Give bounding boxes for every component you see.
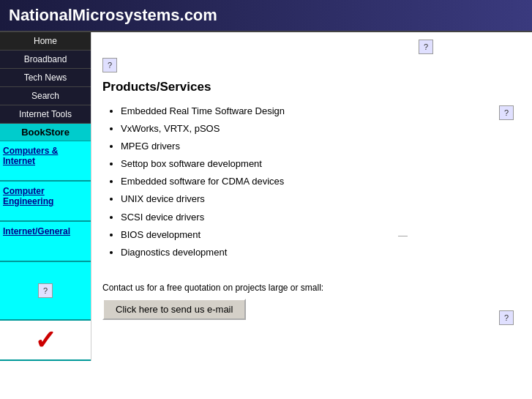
sidebar-image-block: ? [0,262,91,321]
bottom-right-qmark: ? [499,310,514,325]
top-right-qmark-icon: ? [419,40,433,54]
sidebar-qmark-icon: ? [38,283,53,298]
sidebar-link-general[interactable]: Internet/General [3,226,70,236]
service-item: Embedded software for CDMA devices [121,174,521,190]
content-area: ? ? Products/Services Embedded Real Time… [91,32,532,361]
sidebar-link-engineering[interactable]: ComputerEngineering [3,186,53,206]
section-title: Products/Services [102,80,521,94]
sidebar-general-block: Internet/General [0,222,91,262]
nav-item-internettools[interactable]: Internet Tools [0,105,91,124]
site-title: NationalMicrosystems.com [9,6,523,25]
nav-item-technews[interactable]: Tech News [0,69,91,87]
mid-right-qmark: ? [499,105,514,120]
bottom-qmark-icon: ? [499,310,514,325]
top-left-qmark-icon: ? [102,58,117,72]
site-header: NationalMicrosystems.com [0,0,532,32]
service-item: VxWorks, VRTX, pSOS [121,121,521,137]
service-item: Embedded Real Time Software Design [121,103,521,119]
sidebar-computers-block: Computers &Internet [0,141,91,182]
service-item: Diagnostics development [121,245,521,261]
service-item: MPEG drivers [121,138,521,154]
top-left-icon-area: ? [102,58,521,72]
sidebar-engineering-block: ComputerEngineering [0,182,91,222]
nav-item-search[interactable]: Search [0,87,91,105]
v-logo: ✓ [34,327,56,354]
service-item: Settop box software development [121,156,521,172]
contact-text: Contact us for a free quotation on proje… [102,283,521,293]
service-item: UNIX device drivers [121,191,521,207]
main-layout: Home Broadband Tech News Search Internet… [0,32,532,361]
sidebar: Home Broadband Tech News Search Internet… [0,32,91,361]
service-item: SCSI device drivers [121,209,521,225]
email-button[interactable]: Click here to send us e-mail [102,299,246,320]
mid-qmark-icon: ? [499,105,514,120]
nav-menu: Home Broadband Tech News Search Internet… [0,32,91,124]
sidebar-link-computers[interactable]: Computers &Internet [3,146,58,166]
contact-section: Contact us for a free quotation on proje… [102,275,521,320]
nav-item-broadband[interactable]: Broadband [0,51,91,69]
bookstore-header: BookStore [0,124,91,141]
services-list: Embedded Real Time Software Design VxWor… [102,103,521,261]
dash-separator: — [398,230,408,241]
top-right-icons: ? [102,40,521,54]
sidebar-logo-block: ✓ [0,321,91,361]
nav-item-home[interactable]: Home [0,32,91,51]
service-item: BIOS development [121,227,521,243]
